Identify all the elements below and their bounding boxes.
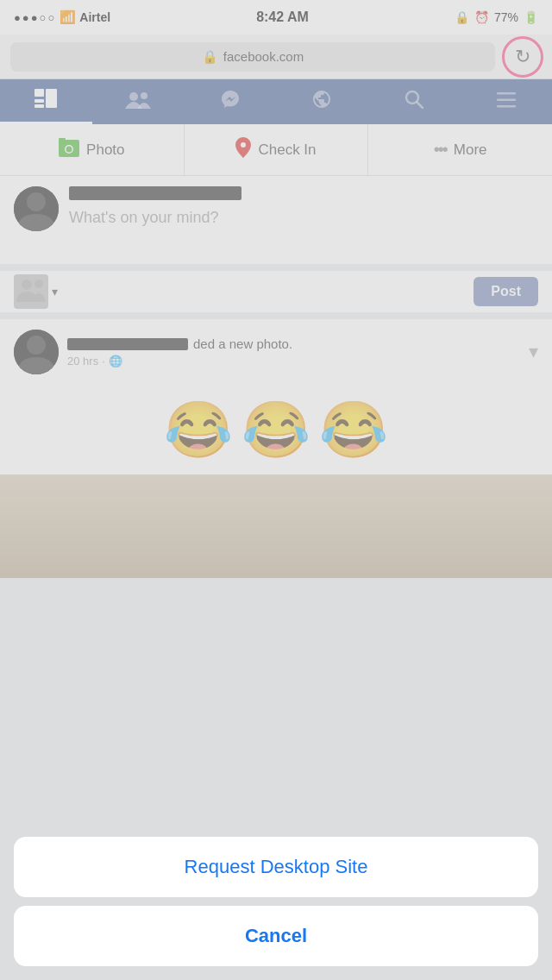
modal-overlay: Request Desktop Site Cancel xyxy=(0,0,552,980)
cancel-label: Cancel xyxy=(245,925,307,947)
request-desktop-label: Request Desktop Site xyxy=(185,856,368,878)
cancel-button[interactable]: Cancel xyxy=(14,906,538,966)
request-desktop-button[interactable]: Request Desktop Site xyxy=(14,837,538,897)
action-sheet: Request Desktop Site Cancel xyxy=(0,837,552,980)
